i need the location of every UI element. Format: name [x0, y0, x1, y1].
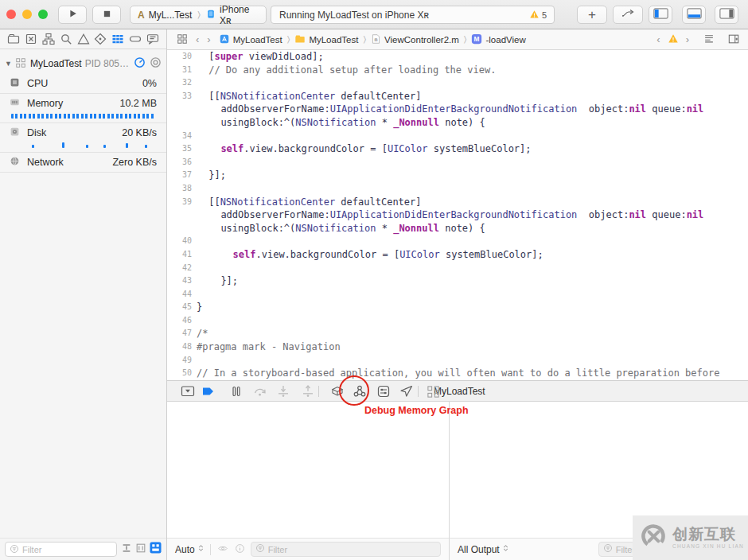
code-line[interactable]: 47/* — [167, 327, 748, 340]
library-add-button[interactable]: + — [577, 6, 607, 24]
stop-button[interactable] — [92, 6, 121, 24]
back-chevron-icon[interactable]: ‹ — [196, 33, 199, 45]
code-line[interactable]: 33[[NSNotificationCenter defaultCenter] — [167, 90, 748, 103]
info-icon[interactable] — [235, 543, 245, 556]
code-line[interactable]: 30[super viewDidLoad]; — [167, 50, 748, 64]
quicklook-eye-icon[interactable] — [216, 543, 229, 556]
project-navigator-tab-icon[interactable] — [6, 32, 21, 46]
code-line[interactable]: 39[[NSNotificationCenter defaultCenter] — [167, 196, 748, 209]
scheme-selector[interactable]: A MyL...Test 〉 iPhone Xʀ — [130, 6, 267, 24]
line-number: 38 — [167, 182, 195, 196]
crumb-2[interactable]: mViewController2.m — [371, 33, 459, 46]
symbol-navigator-tab-icon[interactable] — [41, 32, 56, 46]
pause-icon[interactable] — [229, 384, 243, 399]
zoom-window-button[interactable] — [38, 10, 48, 19]
code-text: /* — [197, 327, 208, 340]
add-editor-icon[interactable] — [727, 33, 740, 46]
simulate-location-icon[interactable] — [399, 384, 414, 399]
console-scope-selector[interactable]: All Output — [458, 543, 509, 555]
watermark-cn-text: 创新互联 — [672, 527, 744, 543]
code-line[interactable]: 42 — [167, 262, 748, 275]
crumb-1[interactable]: MyLoadTest — [294, 33, 358, 46]
code-text: [[NSNotificationCenter defaultCenter] — [208, 196, 421, 209]
stat-label: CPU — [27, 78, 48, 89]
code-line[interactable]: 35self.view.backgroundColor = [UIColor s… — [167, 142, 748, 156]
stat-row-network[interactable]: Network Zero KB/s — [0, 153, 166, 173]
report-navigator-tab-icon[interactable] — [146, 32, 160, 46]
stat-row-cpu[interactable]: CPU 0% — [0, 74, 166, 94]
line-number: 42 — [167, 262, 195, 275]
code-line[interactable]: usingBlock:^(NSNotification * _Nonnull n… — [167, 222, 748, 235]
warning-count-badge[interactable]: 5 — [529, 10, 554, 21]
find-navigator-tab-icon[interactable] — [59, 32, 73, 46]
code-line[interactable]: addObserverForName:UIApplicationDidEnter… — [167, 208, 748, 222]
code-review-button[interactable] — [613, 6, 643, 24]
test-navigator-tab-icon[interactable] — [93, 32, 107, 46]
toggle-debug-area-icon[interactable] — [181, 384, 195, 399]
code-line[interactable]: usingBlock:^(NSNotification * _Nonnull n… — [167, 116, 748, 130]
sidebar-filter-input[interactable] — [22, 545, 112, 554]
code-line[interactable]: 36 — [167, 156, 748, 169]
code-line[interactable]: 37}]; — [167, 169, 748, 182]
variables-filter-input[interactable] — [268, 545, 436, 554]
debug-process-label[interactable]: MyLoadTest — [434, 386, 485, 397]
view-mode-1-icon[interactable] — [121, 542, 132, 557]
stat-label: Disk — [27, 127, 46, 138]
stat-row-disk[interactable]: Disk 20 KB/s — [0, 123, 166, 153]
code-line[interactable]: 40 — [167, 235, 748, 248]
code-line[interactable]: 38 — [167, 182, 748, 196]
line-number: 34 — [167, 130, 195, 143]
toggle-navigator-button[interactable] — [649, 6, 672, 24]
variables-view[interactable] — [167, 402, 450, 538]
stat-row-memory[interactable]: Memory 10.2 MB — [0, 94, 166, 123]
next-issue-chevron-icon[interactable]: › — [686, 33, 689, 45]
minimize-window-button[interactable] — [22, 10, 32, 19]
breakpoint-navigator-tab-icon[interactable] — [128, 32, 142, 46]
code-line[interactable]: 46 — [167, 314, 748, 328]
view-mode-3-icon[interactable] — [150, 542, 162, 557]
issue-navigator-tab-icon[interactable] — [76, 32, 91, 46]
variables-filter-field[interactable] — [251, 542, 441, 557]
sidebar-filter-field[interactable] — [5, 542, 117, 557]
crumb-3[interactable]: M-loadView — [471, 33, 525, 46]
code-line[interactable]: 49 — [167, 354, 748, 368]
source-editor[interactable]: 30[super viewDidLoad];31// Do any additi… — [167, 50, 748, 380]
toggle-inspector-button[interactable] — [715, 6, 738, 24]
disclosure-triangle-icon[interactable]: ▼ — [5, 60, 12, 68]
code-line[interactable]: 50// In a storyboard-based application, … — [167, 367, 748, 380]
debug-navigator-tab-icon[interactable] — [111, 32, 125, 46]
process-row[interactable]: ▼ MyLoadTest PID 805… — [0, 53, 166, 74]
gauge-blue-icon[interactable] — [134, 56, 146, 71]
environment-overrides-icon[interactable] — [376, 384, 391, 399]
toggle-debug-area-button[interactable] — [682, 6, 706, 24]
run-button[interactable] — [58, 6, 87, 24]
code-line[interactable]: 32 — [167, 76, 748, 90]
related-items-icon[interactable] — [177, 33, 188, 46]
code-line[interactable]: 45} — [167, 301, 748, 314]
jump-bar: ‹ › MyLoadTest〉MyLoadTest〉mViewControlle… — [167, 29, 748, 50]
variables-scope-selector[interactable]: Auto — [175, 543, 205, 555]
code-line[interactable]: 48#pragma mark - Navigation — [167, 340, 748, 354]
breakpoints-enabled-icon[interactable] — [201, 384, 216, 399]
chevron-right-icon: 〉 — [197, 10, 201, 20]
source-control-navigator-tab-icon[interactable] — [24, 32, 38, 46]
issue-warning-icon[interactable] — [668, 33, 679, 45]
code-line[interactable]: 44 — [167, 288, 748, 301]
code-line[interactable]: 31// Do any additional setup after loadi… — [167, 64, 748, 77]
view-mode-2-icon[interactable] — [135, 542, 146, 557]
gauge-gray-icon[interactable] — [150, 56, 162, 71]
close-window-button[interactable] — [6, 10, 16, 19]
filter-icon — [603, 543, 613, 555]
code-line[interactable]: 43}]; — [167, 274, 748, 288]
code-line[interactable]: 34 — [167, 130, 748, 143]
stat-value: 10.2 MB — [119, 98, 157, 109]
forward-chevron-icon[interactable]: › — [207, 33, 210, 45]
debugbar-separator — [418, 386, 419, 397]
toolbar: A MyL...Test 〉 iPhone Xʀ Running MyLoadT… — [0, 0, 748, 29]
adjust-lines-icon[interactable] — [703, 33, 715, 45]
prev-issue-chevron-icon[interactable]: ‹ — [656, 33, 660, 45]
code-line[interactable]: 41self.view.backgroundColor = [UIColor s… — [167, 248, 748, 262]
process-grid-icon[interactable] — [426, 384, 440, 399]
code-line[interactable]: addObserverForName:UIApplicationDidEnter… — [167, 103, 748, 116]
crumb-0[interactable]: MyLoadTest — [219, 33, 282, 46]
